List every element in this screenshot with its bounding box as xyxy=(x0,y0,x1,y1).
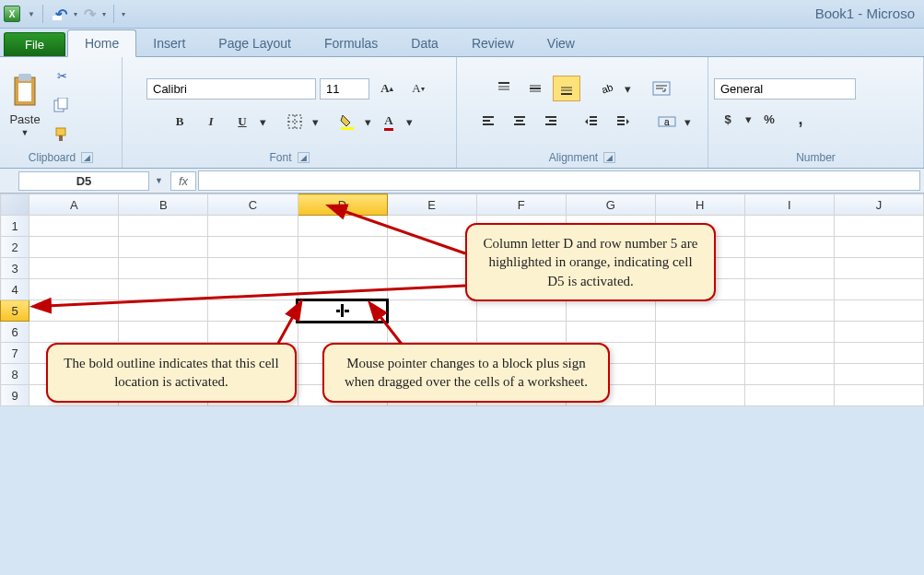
merge-dropdown-icon[interactable]: ▾ xyxy=(684,115,691,129)
cell-D5[interactable] xyxy=(298,300,387,322)
col-header-D[interactable]: D xyxy=(298,194,387,216)
font-dialog-launcher-icon[interactable]: ◢ xyxy=(298,152,310,163)
row-header-7[interactable]: 7 xyxy=(1,343,29,364)
row-header-8[interactable]: 8 xyxy=(1,364,29,385)
tab-formulas[interactable]: Formulas xyxy=(308,30,394,56)
cell-E1[interactable] xyxy=(387,216,476,237)
cell-G6[interactable] xyxy=(566,322,655,343)
align-center-icon[interactable] xyxy=(506,109,533,135)
col-header-E[interactable]: E xyxy=(387,194,476,216)
tab-home[interactable]: Home xyxy=(67,29,136,57)
cell-I2[interactable] xyxy=(744,237,834,258)
cell-D1[interactable] xyxy=(298,216,387,237)
tab-data[interactable]: Data xyxy=(394,30,455,56)
cell-I5[interactable] xyxy=(744,300,834,322)
increase-indent-icon[interactable] xyxy=(609,109,637,135)
cell-I6[interactable] xyxy=(744,322,834,343)
formula-input[interactable] xyxy=(198,170,920,191)
cell-I1[interactable] xyxy=(744,216,834,237)
orientation-dropdown-icon[interactable]: ▾ xyxy=(625,82,631,96)
cell-F5[interactable] xyxy=(476,300,566,322)
name-box[interactable]: D5 xyxy=(18,171,149,191)
cell-A4[interactable] xyxy=(29,279,119,300)
font-name-input[interactable] xyxy=(146,78,316,100)
cell-J1[interactable] xyxy=(834,216,923,237)
italic-button[interactable]: I xyxy=(197,109,225,135)
cell-E4[interactable] xyxy=(387,279,476,300)
cell-I8[interactable] xyxy=(744,364,834,385)
cell-H6[interactable] xyxy=(655,322,744,343)
excel-app-icon[interactable]: X xyxy=(4,6,20,22)
fill-dropdown-icon[interactable]: ▾ xyxy=(365,115,371,129)
tab-page-layout[interactable]: Page Layout xyxy=(202,30,308,56)
row-header-5[interactable]: 5 xyxy=(1,300,29,322)
qat-customize-icon[interactable]: ▾ xyxy=(122,10,125,18)
tab-view[interactable]: View xyxy=(531,30,591,56)
cell-I7[interactable] xyxy=(744,343,834,364)
undo-dropdown-icon[interactable]: ▾ xyxy=(74,10,77,18)
cell-D2[interactable] xyxy=(298,237,387,258)
col-header-G[interactable]: G xyxy=(566,194,655,216)
cell-J4[interactable] xyxy=(834,279,923,300)
cell-A6[interactable] xyxy=(29,322,119,343)
cell-C6[interactable] xyxy=(208,322,298,343)
cell-I4[interactable] xyxy=(744,279,834,300)
cell-A3[interactable] xyxy=(29,258,119,279)
currency-dropdown-icon[interactable]: ▾ xyxy=(745,112,752,126)
cell-C2[interactable] xyxy=(208,237,298,258)
wrap-text-icon[interactable] xyxy=(648,76,675,101)
cell-A5[interactable] xyxy=(29,300,119,322)
col-header-H[interactable]: H xyxy=(655,194,744,216)
cell-G5[interactable] xyxy=(566,300,655,322)
cell-J7[interactable] xyxy=(834,343,923,364)
cell-C1[interactable] xyxy=(208,216,298,237)
cell-F6[interactable] xyxy=(476,322,566,343)
col-header-A[interactable]: A xyxy=(29,194,119,216)
cell-H9[interactable] xyxy=(655,385,744,406)
cell-J8[interactable] xyxy=(834,364,923,385)
row-header-2[interactable]: 2 xyxy=(1,237,29,258)
increase-font-icon[interactable]: A▴ xyxy=(373,76,401,101)
cell-J3[interactable] xyxy=(834,258,923,279)
copy-icon[interactable] xyxy=(48,92,76,118)
row-header-6[interactable]: 6 xyxy=(1,322,29,343)
worksheet-grid[interactable]: ABCDEFGHIJ123456789 Column letter D and … xyxy=(0,194,924,406)
chevron-down-icon[interactable]: ▼ xyxy=(21,128,29,137)
cell-C5[interactable] xyxy=(208,300,298,322)
align-left-icon[interactable] xyxy=(474,109,502,135)
cell-C4[interactable] xyxy=(208,279,298,300)
number-format-input[interactable] xyxy=(714,78,856,100)
cell-B1[interactable] xyxy=(119,216,208,237)
alignment-dialog-launcher-icon[interactable]: ◢ xyxy=(603,152,615,163)
cell-H8[interactable] xyxy=(655,364,744,385)
cell-H5[interactable] xyxy=(655,300,744,322)
namebox-dropdown-icon[interactable]: ▼ xyxy=(155,176,163,185)
cell-H7[interactable] xyxy=(655,343,744,364)
currency-button[interactable]: $ xyxy=(714,107,742,133)
cell-D3[interactable] xyxy=(298,258,387,279)
align-bottom-icon[interactable] xyxy=(553,76,580,101)
redo-icon[interactable]: ↷ xyxy=(84,6,96,23)
col-header-B[interactable]: B xyxy=(119,194,208,216)
underline-button[interactable]: U xyxy=(228,109,256,135)
tab-file[interactable]: File xyxy=(4,32,65,56)
cell-C3[interactable] xyxy=(208,258,298,279)
qat-dropdown-icon[interactable]: ▼ xyxy=(28,10,35,18)
cell-I3[interactable] xyxy=(744,258,834,279)
cell-A2[interactable] xyxy=(29,237,119,258)
cell-D6[interactable] xyxy=(298,322,387,343)
decrease-font-icon[interactable]: A▾ xyxy=(404,76,432,101)
cell-E2[interactable] xyxy=(387,237,476,258)
col-header-C[interactable]: C xyxy=(208,194,298,216)
select-all-corner[interactable] xyxy=(1,194,29,216)
borders-icon[interactable] xyxy=(281,109,309,135)
font-color-dropdown-icon[interactable]: ▾ xyxy=(406,115,413,129)
underline-dropdown-icon[interactable]: ▾ xyxy=(260,115,266,129)
paste-button[interactable]: Paste ▼ xyxy=(6,72,44,139)
cell-E5[interactable] xyxy=(387,300,476,322)
orientation-icon[interactable]: ab xyxy=(593,76,621,101)
merge-center-icon[interactable]: a xyxy=(653,109,681,135)
font-size-input[interactable] xyxy=(320,78,369,100)
cell-J5[interactable] xyxy=(834,300,923,322)
row-header-9[interactable]: 9 xyxy=(1,385,29,406)
